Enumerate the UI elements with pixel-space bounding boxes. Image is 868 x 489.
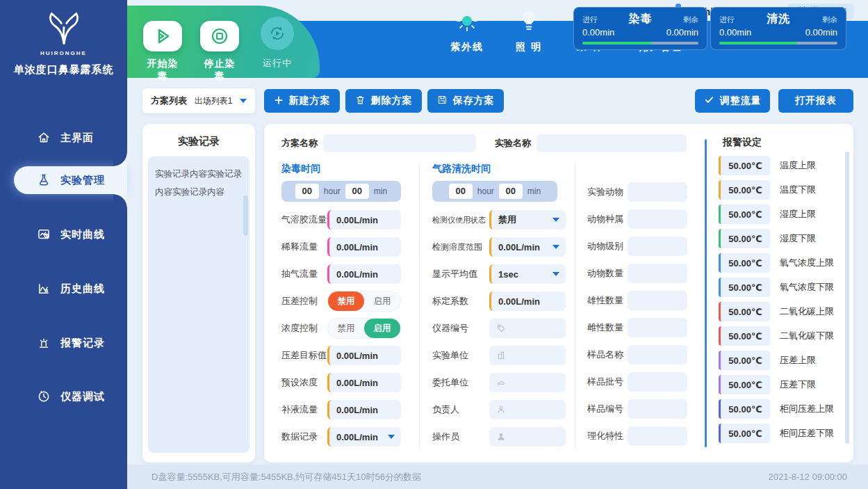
scheme-name-label: 方案名称 [281, 137, 318, 150]
alarm-label: 二氧化碳上限 [780, 305, 834, 318]
oxygen-upper-input[interactable]: 50.00℃ [719, 253, 770, 273]
pressure-upper-input[interactable]: 50.00℃ [719, 351, 770, 370]
sidebar-item-realtime-curve[interactable]: 实时曲线 [0, 221, 127, 248]
sidebar-item-history-curve[interactable]: 历史曲线 [0, 275, 127, 303]
alarm-item: 50.00℃ 压差上限 [719, 351, 838, 370]
calibration-coefficient-input[interactable]: 0.00L/min [489, 291, 566, 311]
stop-poison-button[interactable]: 停止染毒 [199, 21, 240, 83]
form-row: 理化特性 [587, 426, 687, 446]
experiment-name-input[interactable] [537, 134, 687, 152]
clean-hour-input[interactable]: 00 [449, 184, 473, 199]
record-content: 实验记录内容实验记录内容实验记录内容 [155, 169, 242, 197]
toggle-enable-option[interactable]: 启用 [364, 319, 400, 338]
light-icon [518, 9, 539, 35]
pressure-lower-input[interactable]: 50.00℃ [719, 375, 770, 394]
co2-lower-input[interactable]: 50.00℃ [719, 326, 770, 346]
sidebar-item-home[interactable]: 主界面 [0, 124, 127, 152]
exhaust-flow-input[interactable]: 0.00L/min [327, 264, 401, 284]
co2-upper-input[interactable]: 50.00℃ [719, 302, 770, 321]
delete-scheme-button[interactable]: 删除方案 [345, 89, 422, 113]
instrument-number-input[interactable] [489, 319, 566, 338]
poison-hour-input[interactable]: 00 [295, 184, 319, 199]
male-count-input[interactable] [628, 291, 687, 310]
record-scrollbar-thumb[interactable] [243, 195, 248, 236]
display-average-select[interactable]: 1sec [489, 264, 566, 284]
sidebar-item-label: 仪器调试 [60, 390, 105, 403]
alarm-scrollbar[interactable] [845, 152, 849, 444]
form-row: 显示平均值 1sec [432, 264, 566, 284]
sample-number-input[interactable] [628, 399, 687, 419]
refill-flow-input[interactable]: 0.00L/min [327, 400, 401, 419]
detector-status-select[interactable]: 禁用 [489, 210, 566, 230]
sidebar-item-alarm-records[interactable]: 报警记录 [0, 329, 127, 357]
form-row: 浓度控制 禁用 启用 [281, 319, 401, 338]
new-scheme-button[interactable]: 新建方案 [264, 89, 340, 113]
detection-range-select[interactable]: 0.00L/min [489, 237, 566, 257]
sample-name-input[interactable] [628, 345, 687, 364]
alarm-label: 温度上限 [780, 159, 816, 172]
sidebar-item-experiment-management[interactable]: 实验管理 [14, 166, 127, 194]
scheme-list-select[interactable]: 方案列表 出场列表1 [142, 88, 255, 113]
sidebar-item-instrument-debug[interactable]: 仪器调试 [0, 383, 127, 410]
column-divider [575, 163, 575, 447]
experiment-form-card: 方案名称 实验名称 染毒时间 气路清洗时间 00 hour 00 min 00 … [264, 124, 853, 463]
concentration-control-toggle[interactable]: 禁用 启用 [327, 318, 401, 339]
clean-time-input[interactable]: 00 hour 00 min [432, 181, 557, 202]
record-list-item[interactable]: 实验记录内容实验记录内容实验记录内容 [148, 157, 249, 453]
form-row: 预设浓度 0.00L/min [281, 373, 401, 392]
clean-minute-input[interactable]: 00 [499, 184, 523, 199]
dilution-flow-input[interactable]: 0.00L/min [327, 237, 401, 257]
poison-minute-input[interactable]: 00 [345, 184, 369, 199]
panel-title: 清洗 [767, 12, 790, 26]
temp-lower-input[interactable]: 50.00℃ [719, 180, 770, 200]
pressure-control-toggle[interactable]: 禁用 启用 [327, 291, 401, 312]
animal-count-input[interactable] [628, 264, 687, 283]
scheme-list-label: 方案列表 [151, 95, 187, 107]
toggle-enable-option[interactable]: 启用 [364, 291, 400, 311]
poison-status-panel: 进行 染毒 剩余 0.00min 0.00min [573, 7, 707, 50]
remain-value: 0.00min [666, 27, 698, 38]
save-scheme-button[interactable]: 保存方案 [427, 89, 504, 113]
field-label: 稀释流量 [281, 241, 327, 253]
cabinet-pressure-upper-input[interactable]: 50.00℃ [719, 399, 770, 419]
oxygen-lower-input[interactable]: 50.00℃ [719, 278, 770, 297]
humidity-upper-input[interactable]: 50.00℃ [719, 205, 770, 224]
data-record-select[interactable]: 0.00L/min [327, 427, 401, 447]
operator-input[interactable] [489, 427, 566, 447]
lighting-action[interactable]: 照 明 [516, 9, 542, 54]
female-count-input[interactable] [628, 318, 687, 337]
open-report-button[interactable]: 打开报表 [778, 89, 853, 113]
poison-time-input[interactable]: 00 hour 00 min [281, 181, 401, 202]
form-row: 动物数量 [587, 264, 687, 283]
form-row: 数据记录 0.00L/min [281, 427, 401, 447]
experiment-animal-input[interactable] [628, 182, 687, 202]
animal-species-input[interactable] [628, 209, 687, 229]
aerosol-flow-input[interactable]: 0.00L/min [327, 210, 401, 230]
uv-action[interactable]: 紫外线 [450, 9, 484, 54]
experiment-record-panel: 实验记录 实验记录内容实验记录内容实验记录内容 [142, 124, 255, 463]
toggle-disable-option[interactable]: 禁用 [328, 319, 364, 338]
running-icon [261, 17, 294, 50]
alarm-section-divider [705, 139, 707, 447]
preset-concentration-input[interactable]: 0.00L/min [327, 373, 401, 392]
start-poison-button[interactable]: 开始染毒 [142, 21, 183, 83]
sidebar-item-label: 报警记录 [60, 337, 105, 350]
cabinet-pressure-lower-input[interactable]: 50.00℃ [719, 424, 770, 443]
pressure-target-input[interactable]: 0.00L/min [327, 346, 401, 365]
temp-upper-input[interactable]: 50.00℃ [719, 156, 770, 175]
humidity-lower-input[interactable]: 50.00℃ [719, 229, 770, 248]
field-label: 显示平均值 [432, 268, 489, 280]
responsible-person-input[interactable] [489, 400, 566, 419]
field-label: 负责人 [432, 403, 489, 416]
experiment-unit-input[interactable] [489, 346, 566, 365]
adjust-flow-button[interactable]: 调整流量 [695, 89, 770, 113]
chevron-down-icon [552, 272, 559, 276]
commission-unit-input[interactable] [489, 373, 566, 392]
sample-batch-input[interactable] [628, 372, 687, 392]
chevron-down-icon [240, 99, 247, 103]
toggle-disable-option[interactable]: 禁用 [328, 291, 364, 311]
logo-text: HUIRONGHE [0, 50, 127, 56]
scheme-name-input[interactable] [323, 134, 476, 152]
physicochemical-input[interactable] [628, 426, 687, 446]
animal-grade-input[interactable] [628, 237, 687, 256]
